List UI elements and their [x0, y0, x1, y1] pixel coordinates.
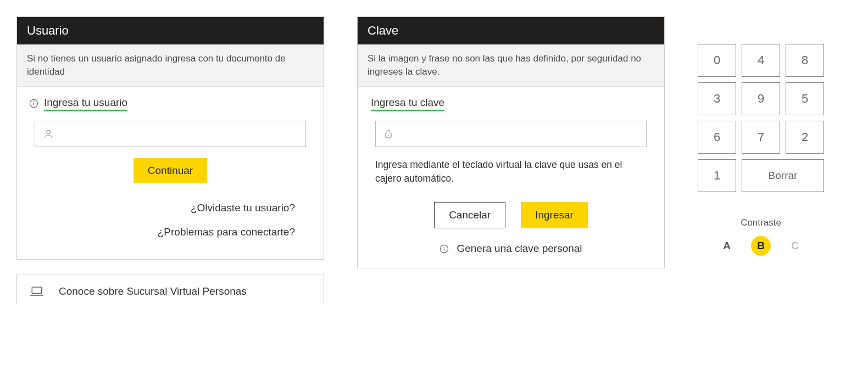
- usuario-header: Usuario: [17, 17, 324, 44]
- info-secondary-panel[interactable]: Conoce sobre Sucursal Virtual Personas: [16, 274, 324, 304]
- keypad-clear-button[interactable]: Borrar: [742, 159, 824, 192]
- usuario-input[interactable]: [60, 128, 298, 139]
- keypad-key-5[interactable]: 5: [786, 82, 824, 115]
- usuario-input-wrap[interactable]: [35, 121, 306, 147]
- continuar-button[interactable]: Continuar: [133, 158, 207, 183]
- user-icon: [43, 128, 54, 139]
- contrast-options: ABC: [698, 236, 824, 256]
- keypad-key-2[interactable]: 2: [786, 121, 824, 154]
- keypad-key-7[interactable]: 7: [742, 121, 780, 154]
- svg-point-7: [444, 246, 445, 248]
- info-secondary-text: Conoce sobre Sucursal Virtual Personas: [59, 285, 247, 297]
- keypad-key-8[interactable]: 8: [786, 44, 824, 77]
- keypad-key-0[interactable]: 0: [698, 44, 736, 77]
- virtual-keypad: 0483956721Borrar: [698, 44, 824, 192]
- usuario-hint: Si no tienes un usuario asignado ingresa…: [17, 44, 324, 87]
- clave-panel: Clave Si la imagen y frase no son las qu…: [357, 16, 665, 268]
- keypad-key-3[interactable]: 3: [698, 82, 736, 115]
- svg-point-1: [34, 102, 35, 103]
- keypad-key-6[interactable]: 6: [698, 121, 736, 154]
- clave-hint: Si la imagen y frase no son las que has …: [358, 44, 664, 87]
- clave-help-text: Ingresa mediante el teclado virtual la c…: [375, 158, 647, 186]
- contrast-option-b[interactable]: B: [751, 236, 771, 256]
- usuario-panel: Usuario Si no tienes un usuario asignado…: [16, 16, 324, 260]
- ingresar-button[interactable]: Ingresar: [521, 202, 588, 228]
- clave-header: Clave: [358, 17, 664, 44]
- lock-icon: [383, 128, 393, 139]
- contrast-option-c[interactable]: C: [785, 236, 805, 256]
- clave-field-label: Ingresa tu clave: [371, 97, 444, 111]
- keypad-key-1[interactable]: 1: [698, 159, 736, 192]
- usuario-field-label: Ingresa tu usuario: [44, 97, 127, 111]
- clave-input[interactable]: [400, 128, 638, 139]
- cancelar-button[interactable]: Cancelar: [434, 202, 505, 228]
- generate-password-link[interactable]: Genera una clave personal: [457, 243, 582, 255]
- svg-rect-3: [32, 287, 42, 293]
- info-icon: [439, 244, 449, 254]
- forgot-user-link[interactable]: ¿Olvidaste tu usuario?: [29, 202, 295, 214]
- svg-point-2: [47, 130, 51, 134]
- keypad-key-9[interactable]: 9: [742, 82, 780, 115]
- keypad-key-4[interactable]: 4: [742, 44, 780, 77]
- contrast-title: Contraste: [698, 217, 824, 228]
- clave-input-wrap[interactable]: [375, 121, 647, 147]
- connection-problems-link[interactable]: ¿Problemas para conectarte?: [29, 226, 295, 238]
- laptop-icon: [29, 285, 44, 297]
- info-icon: [29, 99, 38, 108]
- svg-point-5: [388, 134, 389, 136]
- contrast-option-a[interactable]: A: [717, 236, 737, 256]
